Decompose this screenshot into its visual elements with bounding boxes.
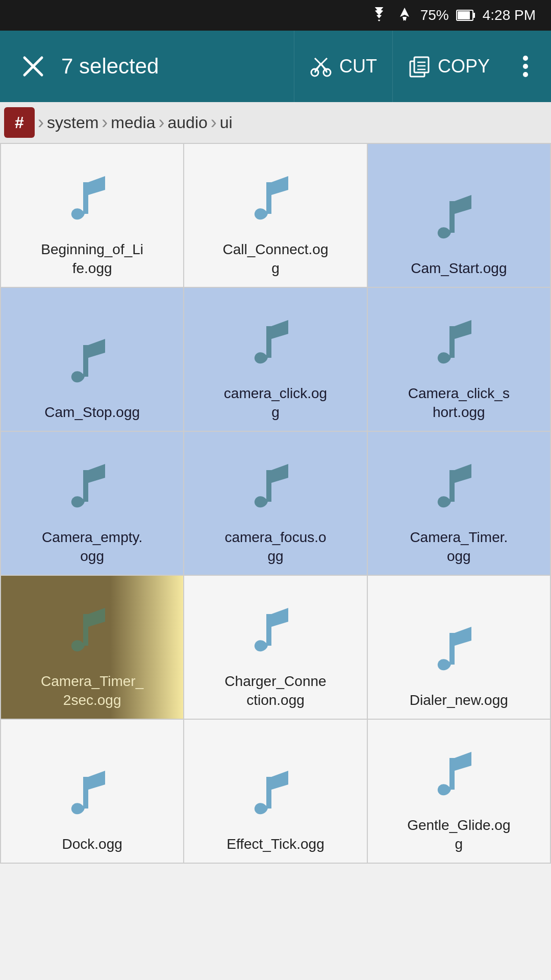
svg-rect-32 bbox=[266, 777, 271, 808]
battery-percentage: 75% bbox=[420, 7, 449, 23]
cut-button[interactable]: CUT bbox=[294, 31, 392, 102]
breadcrumb-sep-1: › bbox=[35, 112, 47, 133]
file-item[interactable]: Gentle_Glide.ogg bbox=[368, 720, 550, 863]
file-item[interactable]: Cam_Start.ogg bbox=[368, 144, 550, 287]
file-name: Cam_Stop.ogg bbox=[44, 403, 140, 422]
file-name: Dialer_new.ogg bbox=[410, 691, 508, 709]
file-item[interactable]: Beginning_of_Life.ogg bbox=[1, 144, 183, 287]
file-item[interactable]: Dialer_new.ogg bbox=[368, 576, 550, 719]
music-note-icon bbox=[245, 311, 306, 377]
cut-icon bbox=[310, 55, 332, 78]
music-note-icon bbox=[245, 762, 306, 828]
music-note-icon bbox=[245, 599, 306, 665]
svg-rect-29 bbox=[266, 614, 271, 646]
more-options-button[interactable] bbox=[505, 31, 541, 102]
wifi-icon bbox=[369, 7, 389, 23]
svg-rect-25 bbox=[83, 470, 88, 502]
file-name: Camera_Timer.ogg bbox=[410, 528, 508, 566]
svg-rect-24 bbox=[449, 326, 455, 358]
breadcrumb-audio[interactable]: audio bbox=[168, 113, 208, 132]
svg-rect-22 bbox=[83, 345, 88, 377]
svg-rect-20 bbox=[266, 182, 271, 214]
music-note-icon bbox=[62, 167, 123, 233]
file-name: camera_focus.ogg bbox=[224, 528, 326, 566]
music-note-icon bbox=[245, 455, 306, 521]
music-note-icon bbox=[62, 455, 123, 521]
music-note-icon bbox=[428, 186, 489, 252]
music-note-icon bbox=[428, 311, 489, 377]
file-item[interactable]: Camera_empty.ogg bbox=[1, 432, 183, 575]
svg-rect-1 bbox=[473, 13, 475, 18]
file-item[interactable]: camera_click.ogg bbox=[184, 288, 366, 431]
file-name: Charger_Connection.ogg bbox=[224, 672, 326, 709]
breadcrumb-ui[interactable]: ui bbox=[220, 113, 233, 132]
music-note-icon bbox=[62, 330, 123, 396]
svg-rect-12 bbox=[414, 57, 429, 72]
file-name: Dock.ogg bbox=[62, 835, 122, 853]
selection-count: 7 selected bbox=[56, 54, 294, 79]
file-item[interactable]: Dock.ogg bbox=[1, 720, 183, 863]
svg-point-16 bbox=[523, 56, 528, 61]
music-note-icon bbox=[62, 599, 123, 665]
svg-rect-2 bbox=[458, 11, 470, 19]
file-name: Camera_empty.ogg bbox=[42, 528, 142, 566]
music-note-icon bbox=[428, 743, 489, 809]
file-name: Camera_Timer_2sec.ogg bbox=[41, 672, 143, 709]
file-name: Gentle_Glide.ogg bbox=[407, 816, 510, 853]
file-item[interactable]: Camera_click_short.ogg bbox=[368, 288, 550, 431]
airplane-icon bbox=[396, 7, 413, 24]
file-item[interactable]: Call_Connect.ogg bbox=[184, 144, 366, 287]
status-icons: 75% 4:28 PM bbox=[369, 7, 536, 24]
svg-rect-23 bbox=[266, 326, 271, 358]
svg-point-17 bbox=[523, 64, 528, 69]
close-icon bbox=[20, 54, 46, 79]
breadcrumb-system[interactable]: system bbox=[47, 113, 98, 132]
music-note-icon bbox=[428, 455, 489, 521]
music-note-icon bbox=[62, 762, 123, 828]
svg-rect-21 bbox=[449, 201, 455, 233]
file-grid: Beginning_of_Life.ogg Call_Connect.ogg C… bbox=[0, 143, 551, 864]
breadcrumb: # › system › media › audio › ui bbox=[0, 102, 551, 143]
breadcrumb-sep-2: › bbox=[98, 112, 111, 133]
svg-point-18 bbox=[523, 72, 528, 77]
music-note-icon bbox=[428, 618, 489, 684]
action-bar: 7 selected CUT COPY bbox=[0, 31, 551, 102]
more-icon bbox=[522, 54, 529, 79]
file-name: Effect_Tick.ogg bbox=[227, 835, 324, 853]
svg-rect-33 bbox=[449, 758, 455, 790]
svg-rect-19 bbox=[83, 182, 88, 214]
breadcrumb-root[interactable]: # bbox=[4, 107, 35, 138]
file-item[interactable]: Cam_Stop.ogg bbox=[1, 288, 183, 431]
file-name: Camera_click_short.ogg bbox=[408, 384, 510, 422]
music-note-icon bbox=[245, 167, 306, 233]
file-name: camera_click.ogg bbox=[224, 384, 327, 422]
battery-icon bbox=[456, 8, 475, 22]
breadcrumb-sep-3: › bbox=[156, 112, 168, 133]
copy-icon bbox=[408, 55, 431, 78]
copy-button[interactable]: COPY bbox=[392, 31, 505, 102]
svg-rect-30 bbox=[449, 633, 455, 665]
file-name: Beginning_of_Life.ogg bbox=[41, 240, 143, 278]
cut-label: CUT bbox=[339, 56, 377, 77]
file-item[interactable]: Charger_Connection.ogg bbox=[184, 576, 366, 719]
svg-rect-27 bbox=[449, 470, 455, 502]
breadcrumb-media[interactable]: media bbox=[111, 113, 155, 132]
status-time: 4:28 PM bbox=[483, 7, 536, 23]
file-item[interactable]: Camera_Timer_2sec.ogg bbox=[1, 576, 183, 719]
svg-rect-26 bbox=[266, 470, 271, 502]
status-bar: 75% 4:28 PM bbox=[0, 0, 551, 31]
file-name: Cam_Start.ogg bbox=[411, 259, 507, 278]
close-button[interactable] bbox=[10, 31, 56, 102]
breadcrumb-sep-4: › bbox=[208, 112, 220, 133]
copy-label: COPY bbox=[438, 56, 490, 77]
svg-rect-28 bbox=[83, 614, 88, 646]
file-item[interactable]: Effect_Tick.ogg bbox=[184, 720, 366, 863]
file-name: Call_Connect.ogg bbox=[222, 240, 328, 278]
svg-rect-31 bbox=[83, 777, 88, 808]
file-item[interactable]: camera_focus.ogg bbox=[184, 432, 366, 575]
file-item[interactable]: Camera_Timer.ogg bbox=[368, 432, 550, 575]
